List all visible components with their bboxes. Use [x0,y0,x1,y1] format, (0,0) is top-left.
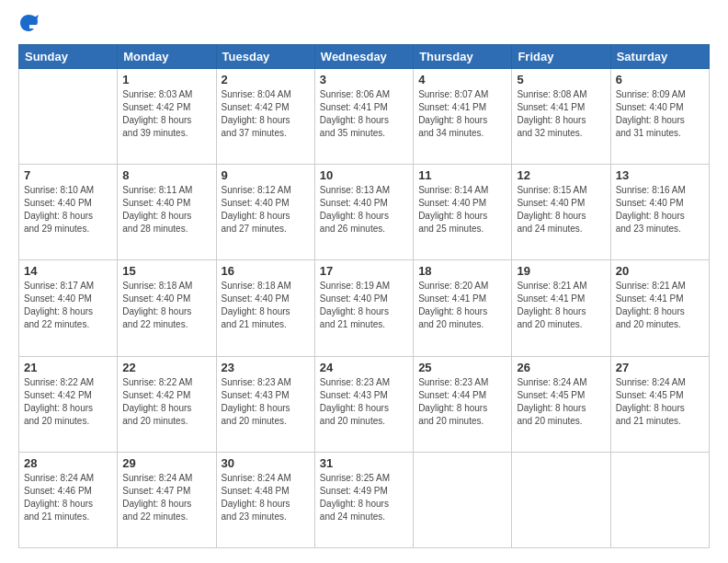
day-info: Sunrise: 8:03 AM Sunset: 4:42 PM Dayligh… [122,88,210,140]
day-number: 30 [222,456,310,470]
day-info: Sunrise: 8:24 AM Sunset: 4:45 PM Dayligh… [517,376,605,428]
calendar-cell: 11Sunrise: 8:14 AM Sunset: 4:40 PM Dayli… [414,165,512,260]
day-info: Sunrise: 8:13 AM Sunset: 4:40 PM Dayligh… [320,184,408,236]
calendar-week-2: 7Sunrise: 8:10 AM Sunset: 4:40 PM Daylig… [19,165,710,260]
day-info: Sunrise: 8:18 AM Sunset: 4:40 PM Dayligh… [122,280,210,331]
calendar-cell: 25Sunrise: 8:23 AM Sunset: 4:44 PM Dayli… [414,356,512,452]
day-info: Sunrise: 8:21 AM Sunset: 4:41 PM Dayligh… [517,280,605,331]
day-info: Sunrise: 8:23 AM Sunset: 4:43 PM Dayligh… [320,376,408,428]
calendar-cell [610,452,709,547]
calendar-cell: 23Sunrise: 8:23 AM Sunset: 4:43 PM Dayli… [216,356,314,452]
calendar-header-sunday: Sunday [19,45,118,69]
day-info: Sunrise: 8:07 AM Sunset: 4:41 PM Dayligh… [418,88,506,140]
calendar-cell: 22Sunrise: 8:22 AM Sunset: 4:42 PM Dayli… [118,356,216,452]
day-number: 3 [320,73,408,86]
day-info: Sunrise: 8:10 AM Sunset: 4:40 PM Dayligh… [24,184,112,236]
day-number: 12 [517,168,605,182]
day-number: 14 [24,264,112,278]
calendar-header-monday: Monday [118,45,216,69]
day-number: 15 [122,264,210,278]
day-info: Sunrise: 8:06 AM Sunset: 4:41 PM Dayligh… [320,88,408,140]
day-number: 5 [517,73,605,86]
day-number: 11 [418,168,506,182]
calendar-cell: 17Sunrise: 8:19 AM Sunset: 4:40 PM Dayli… [314,260,413,356]
calendar-table: SundayMondayTuesdayWednesdayThursdayFrid… [18,44,710,548]
calendar-cell: 16Sunrise: 8:18 AM Sunset: 4:40 PM Dayli… [216,260,314,356]
day-number: 26 [517,361,605,374]
day-info: Sunrise: 8:24 AM Sunset: 4:48 PM Dayligh… [222,472,310,523]
day-info: Sunrise: 8:23 AM Sunset: 4:44 PM Dayligh… [418,376,506,428]
calendar-cell: 8Sunrise: 8:11 AM Sunset: 4:40 PM Daylig… [118,165,216,260]
day-number: 22 [122,361,210,374]
day-number: 23 [222,361,310,374]
calendar-cell [19,69,118,165]
calendar-week-5: 28Sunrise: 8:24 AM Sunset: 4:46 PM Dayli… [19,452,710,547]
day-info: Sunrise: 8:14 AM Sunset: 4:40 PM Dayligh… [418,184,506,236]
day-number: 19 [517,264,605,278]
calendar-cell: 9Sunrise: 8:12 AM Sunset: 4:40 PM Daylig… [216,165,314,260]
day-number: 9 [222,168,310,182]
day-number: 28 [24,456,112,470]
day-number: 1 [122,73,210,86]
day-info: Sunrise: 8:24 AM Sunset: 4:47 PM Dayligh… [122,472,210,523]
logo-icon [18,13,39,33]
calendar-cell: 24Sunrise: 8:23 AM Sunset: 4:43 PM Dayli… [314,356,413,452]
day-number: 10 [320,168,408,182]
day-number: 21 [24,361,112,374]
calendar-week-3: 14Sunrise: 8:17 AM Sunset: 4:40 PM Dayli… [19,260,710,356]
day-number: 29 [122,456,210,470]
calendar-header-row: SundayMondayTuesdayWednesdayThursdayFrid… [19,45,710,69]
calendar-cell: 31Sunrise: 8:25 AM Sunset: 4:49 PM Dayli… [314,452,413,547]
day-info: Sunrise: 8:22 AM Sunset: 4:42 PM Dayligh… [122,376,210,428]
day-number: 16 [222,264,310,278]
day-info: Sunrise: 8:18 AM Sunset: 4:40 PM Dayligh… [222,280,310,331]
calendar-cell: 18Sunrise: 8:20 AM Sunset: 4:41 PM Dayli… [414,260,512,356]
calendar-cell: 2Sunrise: 8:04 AM Sunset: 4:42 PM Daylig… [216,69,314,165]
calendar-cell: 29Sunrise: 8:24 AM Sunset: 4:47 PM Dayli… [118,452,216,547]
page: SundayMondayTuesdayWednesdayThursdayFrid… [0,0,728,563]
calendar-cell: 19Sunrise: 8:21 AM Sunset: 4:41 PM Dayli… [512,260,610,356]
day-info: Sunrise: 8:12 AM Sunset: 4:40 PM Dayligh… [222,184,310,236]
day-number: 20 [616,264,704,278]
logo [18,15,42,35]
day-number: 18 [418,264,506,278]
calendar-cell: 10Sunrise: 8:13 AM Sunset: 4:40 PM Dayli… [314,165,413,260]
day-number: 4 [418,73,506,86]
calendar-cell: 4Sunrise: 8:07 AM Sunset: 4:41 PM Daylig… [414,69,512,165]
calendar-cell: 26Sunrise: 8:24 AM Sunset: 4:45 PM Dayli… [512,356,610,452]
calendar-cell: 1Sunrise: 8:03 AM Sunset: 4:42 PM Daylig… [118,69,216,165]
calendar-cell: 6Sunrise: 8:09 AM Sunset: 4:40 PM Daylig… [610,69,709,165]
day-number: 25 [418,361,506,374]
calendar-cell: 3Sunrise: 8:06 AM Sunset: 4:41 PM Daylig… [314,69,413,165]
calendar-cell: 30Sunrise: 8:24 AM Sunset: 4:48 PM Dayli… [216,452,314,547]
calendar-cell: 15Sunrise: 8:18 AM Sunset: 4:40 PM Dayli… [118,260,216,356]
calendar-week-1: 1Sunrise: 8:03 AM Sunset: 4:42 PM Daylig… [19,69,710,165]
calendar-cell: 27Sunrise: 8:24 AM Sunset: 4:45 PM Dayli… [610,356,709,452]
calendar-header-thursday: Thursday [414,45,512,69]
day-info: Sunrise: 8:11 AM Sunset: 4:40 PM Dayligh… [122,184,210,236]
calendar-cell: 7Sunrise: 8:10 AM Sunset: 4:40 PM Daylig… [19,165,118,260]
calendar-cell: 14Sunrise: 8:17 AM Sunset: 4:40 PM Dayli… [19,260,118,356]
day-info: Sunrise: 8:09 AM Sunset: 4:40 PM Dayligh… [616,88,704,140]
calendar-cell: 13Sunrise: 8:16 AM Sunset: 4:40 PM Dayli… [610,165,709,260]
calendar-cell: 5Sunrise: 8:08 AM Sunset: 4:41 PM Daylig… [512,69,610,165]
calendar-header-wednesday: Wednesday [314,45,413,69]
day-number: 8 [122,168,210,182]
day-info: Sunrise: 8:23 AM Sunset: 4:43 PM Dayligh… [222,376,310,428]
day-info: Sunrise: 8:17 AM Sunset: 4:40 PM Dayligh… [24,280,112,331]
header [18,15,710,35]
day-info: Sunrise: 8:15 AM Sunset: 4:40 PM Dayligh… [517,184,605,236]
calendar-header-saturday: Saturday [610,45,709,69]
day-number: 24 [320,361,408,374]
day-info: Sunrise: 8:24 AM Sunset: 4:45 PM Dayligh… [616,376,704,428]
day-info: Sunrise: 8:08 AM Sunset: 4:41 PM Dayligh… [517,88,605,140]
day-number: 17 [320,264,408,278]
day-info: Sunrise: 8:21 AM Sunset: 4:41 PM Dayligh… [616,280,704,331]
day-info: Sunrise: 8:04 AM Sunset: 4:42 PM Dayligh… [222,88,310,140]
day-number: 2 [222,73,310,86]
calendar-week-4: 21Sunrise: 8:22 AM Sunset: 4:42 PM Dayli… [19,356,710,452]
calendar-body: 1Sunrise: 8:03 AM Sunset: 4:42 PM Daylig… [19,69,710,548]
day-info: Sunrise: 8:16 AM Sunset: 4:40 PM Dayligh… [616,184,704,236]
day-number: 27 [616,361,704,374]
day-number: 31 [320,456,408,470]
